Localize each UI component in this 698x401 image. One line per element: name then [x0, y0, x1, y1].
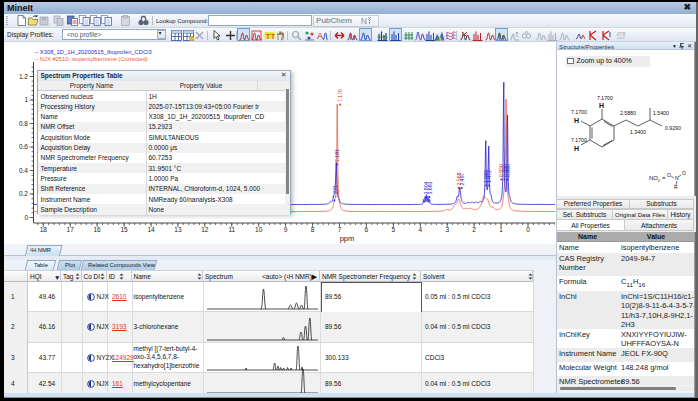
svg-text:2.497: 2.497	[459, 172, 465, 185]
svg-text:– NJX #2510: isopentylbenzene: – NJX #2510: isopentylbenzene (Corrected…	[35, 56, 148, 62]
svg-text:2: 2	[472, 226, 476, 233]
svg-text:10: 10	[255, 226, 263, 233]
svg-text:1: 1	[24, 96, 28, 103]
svg-text:7: 7	[338, 226, 342, 233]
svg-text:0.9290: 0.9290	[665, 125, 681, 131]
svg-text:H: H	[599, 102, 604, 109]
svg-text:ATB: ATB	[616, 31, 626, 37]
svg-text:7.221: 7.221	[332, 185, 338, 198]
svg-text:0.860: 0.860	[505, 164, 511, 177]
svg-text:NO2 =: NO2 =	[649, 175, 666, 183]
svg-text:7.1700: 7.1700	[571, 137, 587, 143]
svg-text:8: 8	[311, 226, 315, 233]
svg-text:1.3400: 1.3400	[630, 129, 646, 135]
svg-text:11: 11	[228, 226, 235, 233]
svg-text:1: 1	[499, 226, 503, 233]
svg-text:H: H	[574, 145, 579, 152]
svg-text:7.181: 7.181	[334, 149, 340, 162]
svg-text:12: 12	[201, 226, 209, 233]
svg-text:6: 6	[365, 226, 369, 233]
svg-text:N: N	[675, 175, 679, 181]
svg-text:0.6: 0.6	[19, 143, 28, 150]
svg-text:O: O	[667, 172, 671, 178]
svg-text:0.4: 0.4	[19, 167, 28, 174]
svg-text:ppm: ppm	[340, 234, 355, 243]
svg-text:0.2: 0.2	[19, 190, 28, 197]
svg-text:0.8: 0.8	[19, 120, 28, 127]
svg-text:2.5880: 2.5880	[620, 110, 636, 116]
svg-text:7.1700: 7.1700	[597, 95, 613, 101]
svg-text:18: 18	[40, 226, 48, 233]
svg-text:14: 14	[147, 226, 155, 233]
svg-text:7.170: 7.170	[337, 89, 343, 102]
svg-text:3.683: 3.683	[427, 181, 433, 194]
svg-text:H: H	[574, 117, 579, 124]
svg-text:1.5400: 1.5400	[653, 110, 669, 116]
svg-text:4: 4	[418, 226, 422, 233]
svg-text:0: 0	[24, 214, 28, 221]
svg-text:0: 0	[526, 226, 530, 233]
svg-text:1.2: 1.2	[19, 73, 28, 80]
svg-text:O: O	[682, 170, 686, 176]
svg-text:7.1700: 7.1700	[571, 109, 587, 115]
svg-text:– X308_1D_1H_20200515_Ibuprofe: – X308_1D_1H_20200515_Ibuprofen_CDCl3	[35, 49, 152, 55]
svg-text:5: 5	[392, 226, 396, 233]
svg-text:16: 16	[93, 226, 101, 233]
svg-text:15: 15	[120, 226, 128, 233]
svg-text:3: 3	[445, 226, 449, 233]
svg-text:9: 9	[284, 226, 288, 233]
svg-text:1.472: 1.472	[486, 170, 492, 183]
svg-text:13: 13	[174, 226, 182, 233]
svg-text:17: 17	[67, 226, 75, 233]
